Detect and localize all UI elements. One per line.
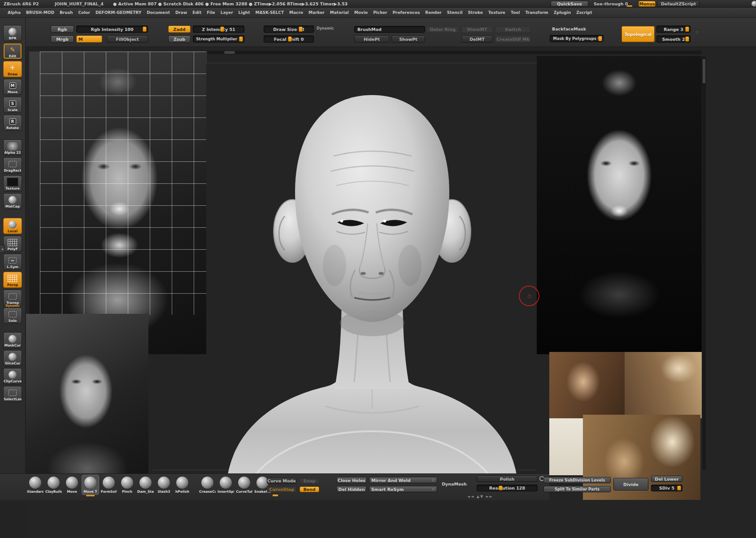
dock-tile[interactable]: DragRect: [3, 157, 22, 174]
menus-button[interactable]: Menus: [639, 1, 656, 7]
mask-by-polygroups-slider[interactable]: Mask By Polygroups 0: [550, 35, 604, 42]
del-lower-button[interactable]: Del Lower: [651, 476, 682, 482]
dock-tile[interactable]: SliceCur: [3, 350, 22, 366]
brush-item[interactable]: Dam_Sta: [137, 475, 154, 495]
mrgb-button[interactable]: Mrgb: [51, 35, 74, 43]
dock-tile[interactable]: Transp: [3, 290, 22, 306]
dock-tile[interactable]: SelectLas: [3, 386, 22, 402]
menu-item[interactable]: Transform: [523, 9, 550, 16]
resolution-slider[interactable]: Resolution 128: [477, 485, 538, 491]
rgb-intensity-slider[interactable]: Rgb Intensity 100: [76, 26, 148, 33]
brush-item[interactable]: hPolish: [174, 475, 191, 495]
material-preview-icon[interactable]: [752, 1, 756, 7]
menu-item[interactable]: Zscript: [574, 9, 595, 16]
dock-tile[interactable]: Texture: [3, 175, 22, 191]
menu-item[interactable]: Stencil: [445, 9, 465, 16]
quicksave-button[interactable]: QuickSave: [551, 1, 588, 7]
brush-item[interactable]: Move: [64, 475, 80, 495]
dock-tile[interactable]: S Scale: [3, 97, 22, 113]
see-through-handle[interactable]: [627, 5, 632, 7]
menu-item[interactable]: Macro: [287, 9, 305, 16]
rgb-button[interactable]: Rgb: [51, 26, 74, 33]
focal-shift-slider[interactable]: Focal Shift 0: [264, 35, 314, 43]
menu-item[interactable]: Preferences: [390, 9, 422, 16]
slider-handle[interactable]: [239, 36, 243, 42]
dock-tile[interactable]: Local: [3, 218, 22, 234]
dock-tile[interactable]: R Rotate: [3, 115, 22, 131]
brush-item[interactable]: CurveTul: [236, 475, 252, 495]
brush-item[interactable]: Standard: [27, 475, 43, 495]
dock-tile[interactable]: ClipCurve: [3, 368, 22, 384]
menu-item[interactable]: File: [204, 9, 217, 16]
brush-item[interactable]: ClayBuild: [45, 475, 62, 495]
z-intensity-slider[interactable]: Z Intensity 51: [193, 26, 244, 33]
menu-item[interactable]: Material: [328, 9, 351, 16]
default-zscript-button[interactable]: DefaultZScript: [657, 1, 700, 7]
nav-updown-icon[interactable]: ▲▼: [477, 495, 484, 499]
brush-item[interactable]: Slash3: [156, 475, 172, 495]
dock-tile[interactable]: Dynamic Solo: [3, 308, 22, 324]
close-holes-button[interactable]: Close Holes: [336, 477, 367, 483]
range-slider[interactable]: Range 3: [656, 26, 691, 33]
slider-handle[interactable]: [685, 26, 689, 32]
dock-tile[interactable]: Alpha 22: [3, 139, 22, 156]
dock-tile[interactable]: MatCap: [3, 193, 22, 209]
slider-handle[interactable]: [220, 26, 224, 32]
slider-handle[interactable]: [288, 36, 292, 42]
dock-tile[interactable]: Edit: [3, 43, 22, 59]
showpt-button[interactable]: ShowPt: [391, 35, 425, 43]
menu-item[interactable]: DEFORM-GEOMETRY: [93, 9, 143, 16]
slider-handle[interactable]: [677, 486, 681, 490]
topological-button[interactable]: Topological: [621, 26, 655, 42]
menu-item[interactable]: Document: [144, 9, 172, 16]
menu-item[interactable]: BRUSH-MOD: [24, 9, 56, 16]
brush-item[interactable]: FormSof: [100, 475, 117, 495]
nav-right-icon[interactable]: ►►: [486, 495, 493, 499]
slider-handle[interactable]: [143, 26, 147, 32]
hidept-button[interactable]: HidePt: [354, 35, 389, 43]
slider-handle[interactable]: [499, 486, 503, 490]
brushmod-field[interactable]: BrushMod: [354, 26, 425, 33]
horizontal-scrollbar-thumb[interactable]: [224, 51, 235, 54]
menu-item[interactable]: Draw: [173, 9, 189, 16]
dock-tile[interactable]: Draw: [3, 61, 22, 77]
brush-item[interactable]: CreaseCu: [199, 475, 216, 495]
brush-item[interactable]: Move T: [82, 475, 99, 495]
menu-item[interactable]: Zplugin: [552, 9, 573, 16]
backfacemask-button[interactable]: BackfaceMask: [550, 26, 588, 32]
smart-resym-button[interactable]: Smart ReSym ∷: [369, 486, 437, 492]
dock-tile[interactable]: PolyF: [3, 236, 22, 252]
nav-left-icon[interactable]: ◄◄: [467, 495, 474, 499]
split-to-similar-button[interactable]: Split To Similar Parts: [543, 486, 611, 492]
smooth-slider[interactable]: Smooth 2: [656, 35, 691, 43]
see-through-slider[interactable]: See-through 0: [594, 1, 628, 6]
canvas-nav-arrows[interactable]: ◄◄ ▲▼ ►►: [467, 495, 493, 499]
del-hidden-button[interactable]: Del Hidden: [336, 486, 367, 492]
menu-item[interactable]: Stroke: [466, 9, 485, 16]
menu-item[interactable]: Render: [423, 9, 443, 16]
fill-object-button[interactable]: FillObject: [107, 35, 148, 43]
bend-button[interactable]: Bend: [300, 486, 319, 492]
vertical-scrollbar[interactable]: [702, 56, 706, 470]
menu-item[interactable]: MASK-SELCT: [253, 9, 286, 16]
sculpting-canvas[interactable]: [26, 47, 756, 538]
delmt-button[interactable]: DelMT: [461, 35, 493, 43]
menu-item[interactable]: Brush: [57, 9, 75, 16]
material-m-button[interactable]: M: [76, 35, 102, 43]
menu-item[interactable]: Edit: [190, 9, 204, 16]
menu-item[interactable]: Marker: [306, 9, 327, 16]
horizontal-scrollbar[interactable]: [207, 51, 702, 54]
polish-button[interactable]: Polish: [477, 476, 538, 482]
menu-item[interactable]: Texture: [486, 9, 508, 16]
freeze-subdivision-button[interactable]: Freeze SubDivision Levels: [543, 477, 611, 483]
menu-item[interactable]: Movie: [352, 9, 370, 16]
toolbar-grip-icon[interactable]: ∷: [694, 30, 699, 35]
slider-handle[interactable]: [299, 26, 303, 32]
divide-button[interactable]: Divide: [613, 478, 648, 490]
dock-tile[interactable]: ↔ L.Sym: [3, 254, 22, 270]
mirror-and-weld-button[interactable]: Mirror And Weld ∷: [369, 477, 437, 483]
zsub-button[interactable]: Zsub: [168, 35, 191, 43]
menu-item[interactable]: Alpha: [5, 9, 23, 16]
brush-item[interactable]: Pinch: [119, 475, 135, 495]
dynamesh-section-label[interactable]: DynaMesh: [439, 481, 469, 487]
